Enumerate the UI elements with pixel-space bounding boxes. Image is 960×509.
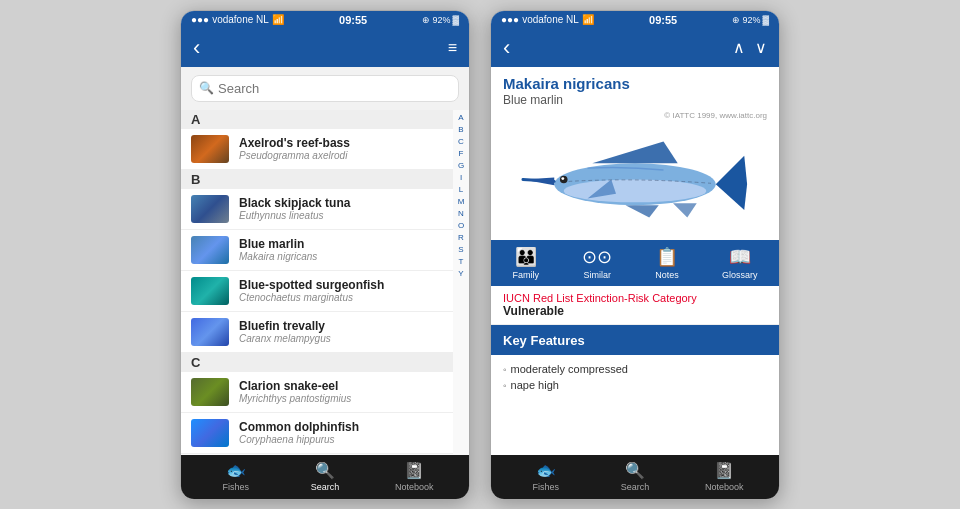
list-item[interactable]: Blue marlin Makaira nigricans: [181, 230, 453, 271]
wifi-icon-r: 📶: [582, 14, 594, 25]
battery-pct: 92%: [432, 15, 450, 25]
battery-icon-r: ▓: [762, 15, 769, 25]
tab-search-label: Search: [311, 482, 340, 492]
left-tab-bar: 🐟 Fishes 🔍 Search 📓 Notebook: [181, 455, 469, 499]
right-status-bar: ●●● vodafone NL 📶 09:55 ⊕ 92% ▓: [491, 11, 779, 29]
search-bar-container: 🔍: [181, 67, 469, 110]
alpha-i[interactable]: I: [460, 172, 462, 184]
list-item[interactable]: Bluefin trevally Caranx melampygus: [181, 312, 453, 353]
tab-notebook-left[interactable]: 📓 Notebook: [370, 461, 459, 492]
tab-fishes-label-r: Fishes: [532, 482, 559, 492]
fish-info: Black skipjack tuna Euthynnus lineatus: [239, 196, 350, 221]
status-carrier-right: ●●● vodafone NL 📶: [501, 14, 594, 25]
alpha-s[interactable]: S: [458, 244, 463, 256]
family-label: Family: [513, 270, 540, 280]
left-nav-bar: ‹ ≡: [181, 29, 469, 67]
detail-notes-btn[interactable]: 📋 Notes: [655, 246, 679, 280]
fish-scientific: Caranx melampygus: [239, 333, 331, 344]
fish-info: Common dolphinfish Coryphaena hippurus: [239, 420, 359, 445]
tab-notebook-right[interactable]: 📓 Notebook: [680, 461, 769, 492]
alpha-a[interactable]: A: [458, 112, 463, 124]
fish-thumbnail: [191, 195, 229, 223]
search-wrap: 🔍: [191, 75, 459, 102]
fish-thumbnail: [191, 378, 229, 406]
alpha-c[interactable]: C: [458, 136, 464, 148]
alpha-f[interactable]: F: [459, 148, 464, 160]
list-item[interactable]: Axelrod's reef-bass Pseudogramma axelrod…: [181, 129, 453, 170]
detail-family-btn[interactable]: 👪 Family: [513, 246, 540, 280]
similar-label: Similar: [583, 270, 611, 280]
key-feature-item: moderately compressed: [503, 361, 767, 377]
list-item[interactable]: Clarion snake-eel Myrichthys pantostigmi…: [181, 372, 453, 413]
search-icon: 🔍: [199, 81, 214, 95]
back-button[interactable]: ‹: [193, 35, 200, 61]
status-carrier-left: ●●● vodafone NL 📶: [191, 14, 284, 25]
fishes-icon-r: 🐟: [536, 461, 556, 480]
glossary-icon: 📖: [729, 246, 751, 268]
list-item[interactable]: Blue-spotted surgeonfish Ctenochaetus ma…: [181, 271, 453, 312]
notes-icon: 📋: [656, 246, 678, 268]
fish-thumbnail: [191, 277, 229, 305]
fish-image-area: [491, 120, 779, 240]
tab-search-right[interactable]: 🔍 Search: [590, 461, 679, 492]
gps-icon-r: ⊕: [732, 15, 740, 25]
up-arrow[interactable]: ∧: [733, 38, 745, 57]
fishes-icon: 🐟: [226, 461, 246, 480]
right-nav-bar: ‹ ∧ ∨: [491, 29, 779, 67]
detail-glossary-btn[interactable]: 📖 Glossary: [722, 246, 758, 280]
tab-search-left[interactable]: 🔍 Search: [280, 461, 369, 492]
signal-dots: ●●●: [191, 14, 209, 25]
left-phone: ●●● vodafone NL 📶 09:55 ⊕ 92% ▓ ‹ ≡ 🔍 A: [180, 10, 470, 500]
alpha-t[interactable]: T: [459, 256, 464, 268]
copyright-text: © IATTC 1999, www.iattc.org: [491, 111, 779, 120]
alpha-l[interactable]: L: [459, 184, 463, 196]
fish-scientific: Pseudogramma axelrodi: [239, 150, 350, 161]
marlin-illustration: [510, 132, 760, 227]
fish-scientific: Makaira nigricans: [239, 251, 317, 262]
status-right-right: ⊕ 92% ▓: [732, 15, 769, 25]
fish-name: Axelrod's reef-bass: [239, 136, 350, 150]
fish-name: Bluefin trevally: [239, 319, 331, 333]
back-button-r[interactable]: ‹: [503, 35, 510, 61]
alpha-m[interactable]: M: [458, 196, 465, 208]
list-item[interactable]: Black skipjack tuna Euthynnus lineatus: [181, 189, 453, 230]
fish-name: Clarion snake-eel: [239, 379, 351, 393]
alpha-b[interactable]: B: [458, 124, 463, 136]
iucn-status: Vulnerable: [503, 304, 767, 318]
fish-thumbnail: [191, 236, 229, 264]
detail-similar-btn[interactable]: ⊙⊙ Similar: [582, 246, 612, 280]
fish-scientific: Euthynnus lineatus: [239, 210, 350, 221]
tab-fishes-right[interactable]: 🐟 Fishes: [501, 461, 590, 492]
signal-dots-r: ●●●: [501, 14, 519, 25]
search-input[interactable]: [191, 75, 459, 102]
tab-notebook-label: Notebook: [395, 482, 434, 492]
alpha-r[interactable]: R: [458, 232, 464, 244]
alpha-g[interactable]: G: [458, 160, 464, 172]
fish-thumbnail: [191, 135, 229, 163]
alpha-o[interactable]: O: [458, 220, 464, 232]
list-item[interactable]: Common dolphinfish Coryphaena hippurus: [181, 413, 453, 454]
tab-fishes-label: Fishes: [222, 482, 249, 492]
key-features-title: Key Features: [503, 333, 585, 348]
fish-name: Blue marlin: [239, 237, 317, 251]
species-title: Makaira nigricans: [491, 67, 779, 92]
status-time-left: 09:55: [339, 14, 367, 26]
fish-info: Axelrod's reef-bass Pseudogramma axelrod…: [239, 136, 350, 161]
key-features-list: moderately compressed nape high: [491, 355, 779, 399]
down-arrow[interactable]: ∨: [755, 38, 767, 57]
detail-content: Makaira nigricans Blue marlin © IATTC 19…: [491, 67, 779, 455]
filter-icon[interactable]: ≡: [448, 39, 457, 57]
tab-fishes-left[interactable]: 🐟 Fishes: [191, 461, 280, 492]
section-header-b: B: [181, 170, 453, 189]
svg-point-9: [561, 177, 564, 180]
alpha-y[interactable]: Y: [458, 268, 463, 280]
family-icon: 👪: [515, 246, 537, 268]
similar-icon: ⊙⊙: [582, 246, 612, 268]
fish-thumbnail: [191, 419, 229, 447]
right-tab-bar: 🐟 Fishes 🔍 Search 📓 Notebook: [491, 455, 779, 499]
key-features-header: Key Features: [491, 325, 779, 355]
battery-icon: ▓: [452, 15, 459, 25]
nav-arrows: ∧ ∨: [733, 38, 767, 57]
alpha-n[interactable]: N: [458, 208, 464, 220]
fish-scientific: Ctenochaetus marginatus: [239, 292, 384, 303]
